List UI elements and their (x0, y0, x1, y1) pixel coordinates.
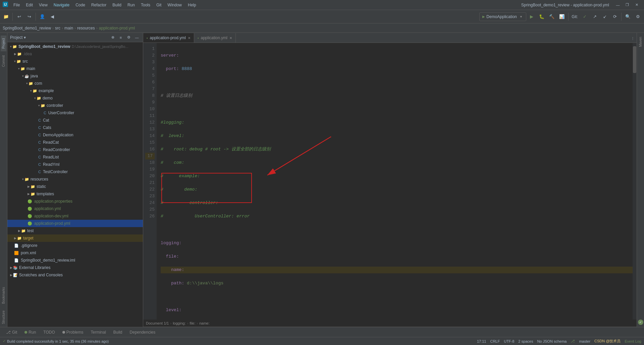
menu-window[interactable]: Window (165, 2, 184, 8)
tree-item-usercontroller[interactable]: C UserController (7, 109, 143, 117)
menu-refactor[interactable]: Refactor (89, 2, 109, 8)
project-sync-button[interactable]: ⊕ (109, 34, 116, 41)
menu-run[interactable]: Run (125, 2, 138, 8)
git-fetch-button[interactable]: ⟳ (610, 12, 620, 21)
close-button[interactable]: ✕ (632, 0, 641, 10)
event-log-link[interactable]: Event Log (625, 339, 641, 343)
menu-help[interactable]: Help (185, 2, 199, 8)
profile-button[interactable]: 👤 (38, 12, 47, 21)
project-settings-button[interactable]: ⚙ (125, 34, 132, 41)
tab-app-yml[interactable]: ▪ application.yml ✕ (194, 33, 236, 43)
build-button[interactable]: 🔨 (547, 12, 556, 21)
bottom-tab-terminal[interactable]: Terminal (88, 329, 109, 335)
tree-item-readcontroller[interactable]: C ReadController (7, 146, 143, 153)
tree-item-testcontroller[interactable]: C TestController (7, 168, 143, 176)
filepath-file[interactable]: file: (190, 321, 195, 325)
bottom-tab-build[interactable]: Build (110, 329, 126, 335)
tree-item-main[interactable]: ▾ 📁 main (7, 65, 143, 72)
filepath-name[interactable]: name: (199, 321, 210, 325)
coverage-button[interactable]: 📊 (557, 12, 567, 21)
tree-item-app-dev-yml[interactable]: 🟢 application-dev.yml (7, 212, 143, 220)
tree-item-static[interactable]: ▶ 📁 static (7, 183, 143, 190)
sidebar-tab-commit[interactable]: Commit (1, 53, 6, 69)
tree-item-cat[interactable]: C Cat (7, 117, 143, 124)
menu-edit[interactable]: Edit (23, 2, 36, 8)
run-config-selector[interactable]: ▶ DemoApplication ▼ (479, 12, 526, 21)
tree-item-app-properties[interactable]: 🟢 application.properties (7, 198, 143, 205)
minimize-button[interactable]: — (613, 0, 623, 10)
nav-back-button[interactable]: ◀ (48, 12, 57, 21)
project-collapse-button[interactable]: ≡ (117, 34, 124, 41)
tree-item-resources[interactable]: ▾ 📁 resources (7, 176, 143, 183)
sidebar-tab-bookmarks[interactable]: Bookmarks (1, 284, 6, 306)
encoding[interactable]: UTF-8 (504, 339, 514, 343)
project-minimize-button[interactable]: — (133, 34, 140, 41)
tree-item-src[interactable]: ▾ 📁 src (7, 58, 143, 65)
bottom-tab-dependencies[interactable]: Dependencies (126, 329, 159, 335)
bottom-tab-run[interactable]: Run (21, 329, 39, 335)
indent-setting[interactable]: 2 spaces (518, 339, 533, 343)
menu-code[interactable]: Code (73, 2, 88, 8)
tree-item-root[interactable]: ▾ 📁 SpringBoot_demo1_review D:\Java\code… (7, 43, 143, 50)
line-ending[interactable]: CRLF (490, 339, 500, 343)
menu-navigate[interactable]: Navigate (51, 2, 72, 8)
tab-close-2[interactable]: ✕ (229, 36, 232, 40)
filepath-logging[interactable]: logging: (173, 321, 186, 325)
breadcrumb-src[interactable]: src (55, 26, 60, 30)
debug-button[interactable]: 🐛 (537, 12, 546, 21)
run-button[interactable]: ▶ (527, 12, 536, 21)
menu-file[interactable]: File (11, 2, 22, 8)
tab-close-1[interactable]: ✕ (188, 36, 191, 40)
search-button[interactable]: 🔍 (623, 12, 633, 21)
git-pull-button[interactable]: ↙ (600, 12, 609, 21)
menu-tools[interactable]: Tools (138, 2, 153, 8)
tree-item-readyml[interactable]: C ReadYml (7, 161, 143, 168)
scrollbar-track[interactable] (633, 43, 637, 320)
tree-item-app-prod-yml[interactable]: 🟢 application-prod.yml (7, 220, 143, 227)
tree-item-readlist[interactable]: C ReadList (7, 153, 143, 161)
tree-item-readcat[interactable]: C ReadCat (7, 139, 143, 146)
bottom-tab-problems[interactable]: Problems (59, 329, 87, 335)
tree-item-demoapplication[interactable]: C DemoApplication (7, 131, 143, 139)
code-content[interactable]: server: port: 8888 # 设置日志级别 #logging: # … (157, 43, 637, 320)
tree-item-cats[interactable]: C Cats (7, 124, 143, 131)
menu-git[interactable]: Git (154, 2, 164, 8)
tree-item-scratches[interactable]: ▶ 📝 Scratches and Consoles (7, 271, 143, 279)
tree-item-java[interactable]: ▾ ☕ java (7, 72, 143, 80)
tree-item-example[interactable]: ▾ 📁 example (7, 87, 143, 94)
tree-item-controller[interactable]: ▾ 📁 controller (7, 102, 143, 109)
json-schema[interactable]: No JSON schema (537, 339, 567, 343)
tree-item-test[interactable]: ▶ 📁 test (7, 227, 143, 234)
cursor-position[interactable]: 17:11 (477, 339, 486, 343)
tree-item-ext-libs[interactable]: ▶ 📚 External Libraries (7, 264, 143, 271)
bottom-tab-todo[interactable]: TODO (40, 329, 58, 335)
git-push-button[interactable]: ↗ (590, 12, 599, 21)
tabs-more-button[interactable]: ⋮ (629, 34, 637, 43)
tree-item-gitignore[interactable]: 📄 .gitignore (7, 242, 143, 249)
tree-item-com[interactable]: ▾ 📁 com (7, 80, 143, 87)
notifications-badge[interactable]: ✓ (638, 320, 643, 325)
tab-app-prod-yml[interactable]: ▪ application-prod.yml ✕ (143, 33, 194, 43)
breadcrumb-resources[interactable]: resources (77, 26, 95, 30)
open-button[interactable]: 📁 (1, 12, 11, 21)
tree-item-iml[interactable]: 📄 SpringBoot_demo1_review.iml (7, 257, 143, 264)
tree-item-pomxml[interactable]: 🟧 pom.xml (7, 249, 143, 257)
git-branch[interactable]: master (579, 339, 590, 343)
breadcrumb-file[interactable]: application-prod.yml (99, 26, 135, 30)
bottom-tab-git[interactable]: ⎇ Git (3, 329, 20, 335)
sidebar-tab-maven[interactable]: Maven (638, 34, 643, 50)
menu-build[interactable]: Build (110, 2, 124, 8)
git-check-button[interactable]: ✓ (580, 12, 589, 21)
tree-item-idea[interactable]: ▶ 📁 .idea (7, 50, 143, 58)
maximize-button[interactable]: ❐ (623, 0, 632, 10)
breadcrumb-main[interactable]: main (64, 26, 73, 30)
tree-item-app-yml[interactable]: 🟢 application.yml (7, 205, 143, 212)
tree-item-target[interactable]: ▶ 📁 target (7, 234, 143, 242)
scrollbar-thumb[interactable] (633, 46, 636, 73)
csdn-link[interactable]: CSDN @技术员 (594, 339, 621, 344)
redo-button[interactable]: ↪ (24, 12, 34, 21)
tree-item-demo[interactable]: ▾ 📁 demo (7, 94, 143, 102)
tree-item-templates[interactable]: ▶ 📁 templates (7, 190, 143, 198)
settings-button[interactable]: ⚙ (633, 12, 643, 21)
menu-view[interactable]: View (36, 2, 50, 8)
